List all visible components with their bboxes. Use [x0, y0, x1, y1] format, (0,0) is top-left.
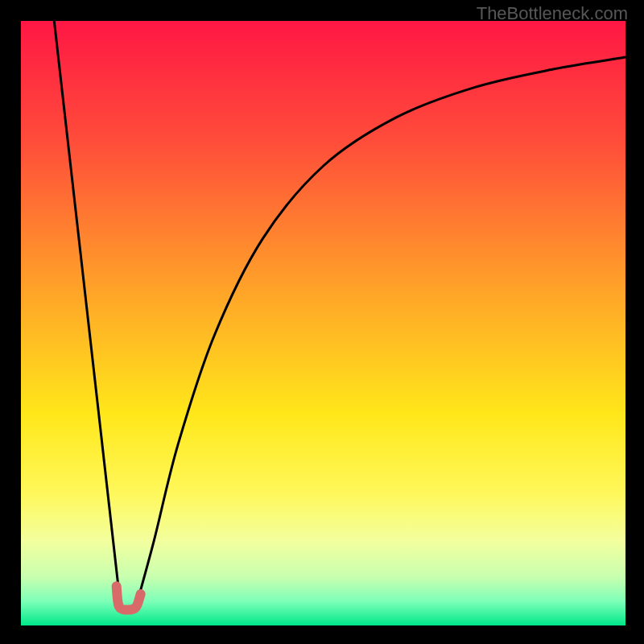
series-left-line	[54, 21, 121, 607]
watermark-text: TheBottleneck.com	[477, 3, 628, 24]
curve-layer	[21, 21, 625, 625]
plot-area	[21, 21, 625, 625]
series-right-curve	[136, 57, 625, 607]
series-highlight-hook	[117, 586, 141, 609]
